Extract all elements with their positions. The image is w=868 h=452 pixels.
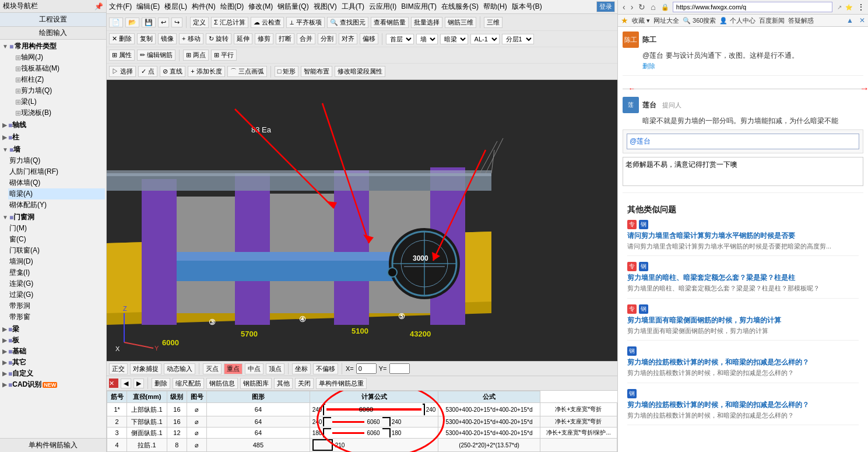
menu-file[interactable]: 文件(F) (109, 2, 132, 12)
btn-home[interactable]: ⌂ (649, 2, 657, 12)
tree-item-niche[interactable]: 壁龛(I) (8, 267, 105, 278)
reply-textarea[interactable]: 老师解题不易，满意记得打赏一下噢 (623, 157, 863, 186)
btn-dp-prev[interactable]: ◀ (121, 379, 131, 388)
menu-version[interactable]: 版本号(B) (512, 2, 542, 12)
btn-merge[interactable]: 合并 (297, 33, 315, 44)
select-component[interactable]: 暗梁 (440, 34, 468, 44)
bookmark-qa[interactable]: 答疑解惑 (788, 16, 814, 25)
menu-draw[interactable]: 绘图(D) (220, 2, 244, 12)
tree-item-sw[interactable]: 剪力墙(Q) (8, 155, 105, 166)
btn-offset[interactable]: 偏移 (360, 33, 378, 44)
btn-break[interactable]: 打断 (276, 33, 294, 44)
table-row[interactable]: 3 侧面纵筋.1 12 ⌀ 64 180 6060 (107, 428, 617, 439)
tree-item-raft[interactable]: ▶⊞ 筏板基础(M) (8, 63, 105, 74)
browser-menu-btn[interactable]: ⋮ (857, 2, 865, 12)
btn-dp-other[interactable]: 其他 (274, 378, 293, 389)
tree-item-masonryrebar[interactable]: 砌体配筋(Y) (8, 199, 105, 211)
tree-item-airdefwall[interactable]: 人防门框墙(RF) (8, 166, 105, 177)
btn-coord[interactable]: 坐标 (292, 363, 311, 374)
btn-dp-scale-rebar[interactable]: 缩尺配筋 (173, 378, 204, 389)
btn-calc[interactable]: Σ 汇总计算 (211, 17, 248, 28)
btn-save[interactable]: 💾 (142, 17, 156, 27)
drawing-input[interactable]: 绘图输入 (0, 27, 106, 40)
select-layer[interactable]: 分层1 (502, 34, 534, 44)
tree-col-parent[interactable]: ▶ ■ 柱 (1, 132, 105, 143)
menu-edit[interactable]: 编辑(E) (136, 2, 160, 12)
btn-ortho[interactable]: 正交 (109, 363, 128, 374)
bookmark-news[interactable]: 百度新闻 (759, 16, 785, 25)
btn-vanish[interactable]: 灭点 (203, 363, 222, 374)
tree-item-doorwindow[interactable]: 门联窗(A) (8, 245, 105, 256)
btn-forward[interactable]: › (629, 2, 635, 12)
tree-item-window[interactable]: 窗(C) (8, 234, 105, 245)
btn-add-length[interactable]: + 添加长度 (188, 66, 224, 77)
btn-properties[interactable]: ⊞ 属性 (109, 50, 135, 61)
menu-component[interactable]: 构件(N) (192, 2, 216, 12)
btn-smart-layout[interactable]: 智能布置 (301, 66, 332, 77)
btn-view-rebar[interactable]: 查看钢筋量 (371, 17, 409, 28)
similar-q-2[interactable]: 剪力墙里的暗柱、暗梁套定额怎么套？梁是梁？柱是柱 (627, 273, 859, 283)
tree-wall-parent[interactable]: ▼ ■ 墙 (1, 144, 105, 155)
tree-door-parent[interactable]: ▼ ■ 门窗洞 (1, 212, 105, 223)
tree-other-parent[interactable]: ▶■ 其它 (1, 357, 105, 368)
btn-delete[interactable]: ✕ 删除 (109, 33, 135, 44)
btn-center[interactable]: 重点 (224, 363, 243, 374)
bookmark-profile[interactable]: 👤 个人中心 (719, 16, 755, 25)
bookmark-360[interactable]: 🔍 360搜索 (683, 16, 716, 25)
menu-cloud[interactable]: 云应用(I) (369, 2, 396, 12)
similar-q-5[interactable]: 剪力墙的拉筋根数计算的时候，和暗梁的扣减是怎么样的？ (627, 400, 859, 410)
table-row[interactable]: 2 下部纵筋.1 16 ⌀ 64 240 6060 (107, 416, 617, 428)
btn-dynamic-input[interactable]: 动态输入 (164, 363, 195, 374)
address-bar[interactable] (673, 2, 832, 12)
btn-dp-close[interactable]: 关闭 (295, 378, 314, 389)
tree-item-slab[interactable]: ▶⊞ 现浇板(B) (8, 107, 105, 118)
btn-copy[interactable]: 复制 (137, 33, 156, 44)
btn-rectangle[interactable]: □ 矩形 (275, 66, 299, 77)
tree-axis-parent[interactable]: ▶ ■ 轴线 (1, 120, 105, 131)
btn-dp-delete[interactable]: 删除 (152, 378, 170, 389)
btn-apex[interactable]: 顶点 (266, 363, 284, 374)
tree-cad-parent[interactable]: ▶■ CAD识别 NEW (1, 379, 105, 390)
tree-item-door[interactable]: 门(M) (8, 223, 105, 234)
btn-new[interactable]: 📄 (109, 17, 123, 27)
btn-line[interactable]: ⊘ 直线 (160, 66, 185, 77)
btn-move[interactable]: + 移动 (179, 33, 203, 44)
tree-common-parent[interactable]: ▼ ■ 常用构件类型 (1, 41, 105, 52)
btn-dp-total[interactable]: 单构件钢筋总重 (316, 378, 367, 389)
nav-pin-icon[interactable]: 📌 (94, 2, 103, 10)
viewport[interactable]: Z Y X 5700 6000 5100 43200 ③ ④ ⑤ 83 Ea 3… (107, 80, 617, 361)
tree-item-masonrywall[interactable]: 砌体墙(Q) (8, 177, 105, 188)
tree-custom-parent[interactable]: ▶■ 自定义 (1, 368, 105, 379)
btn-undo[interactable]: ↩ (158, 17, 169, 27)
tree-beams-parent[interactable]: ▶■ 梁 (1, 324, 105, 335)
btn-select[interactable]: ▷ 选择 (109, 66, 136, 77)
tree-item-striphole[interactable]: 带形洞 (8, 300, 105, 311)
menu-modify[interactable]: 修改(M) (248, 2, 273, 12)
tree-item-wallopening[interactable]: 墙洞(D) (8, 256, 105, 267)
btn-back[interactable]: ‹ (621, 2, 627, 12)
btn-no-offset[interactable]: 不偏移 (313, 363, 338, 374)
btn-point[interactable]: ✓ 点 (138, 66, 157, 77)
tree-foundation-parent[interactable]: ▶■ 基础 (1, 346, 105, 357)
coord-y-input[interactable] (389, 363, 410, 374)
btn-twopoints[interactable]: ⊞ 两点 (183, 50, 209, 61)
select-type[interactable]: 墙 (416, 34, 438, 44)
menu-rebar[interactable]: 钢筋量(Q) (277, 2, 308, 12)
btn-extend[interactable]: 延伸 (234, 33, 252, 44)
btn-batch-select[interactable]: 批量选择 (411, 17, 442, 28)
btn-rotate[interactable]: ↻ 旋转 (206, 33, 231, 44)
btn-midpoint[interactable]: 中点 (245, 363, 263, 374)
similar-q-3[interactable]: 剪力墙里面有暗梁侧面钢筋的时候，剪力墙的计算 (627, 316, 859, 325)
bookmark-favorites[interactable]: 收藏 ▾ (632, 16, 650, 25)
btn-parallel[interactable]: ⊞ 平行 (211, 50, 237, 61)
btn-edit-rebar[interactable]: ✏ 编辑钢筋 (137, 50, 175, 61)
btn-modify-beam-props[interactable]: 修改暗梁段属性 (335, 66, 385, 77)
btn-redo[interactable]: ↪ (171, 17, 182, 27)
tree-item-stripwindow[interactable]: 带形窗 (8, 311, 105, 323)
btn-mirror[interactable]: 镜像 (158, 33, 177, 44)
tree-item-linkbeam[interactable]: 连梁(G) (8, 278, 105, 289)
tree-item-overbeam[interactable]: 过梁(G) (8, 289, 105, 300)
comment-1-delete[interactable]: 删除 (642, 62, 863, 71)
tree-item-darkbeam[interactable]: 暗梁(A) (8, 188, 105, 199)
menu-floor[interactable]: 楼层(L) (164, 2, 187, 12)
